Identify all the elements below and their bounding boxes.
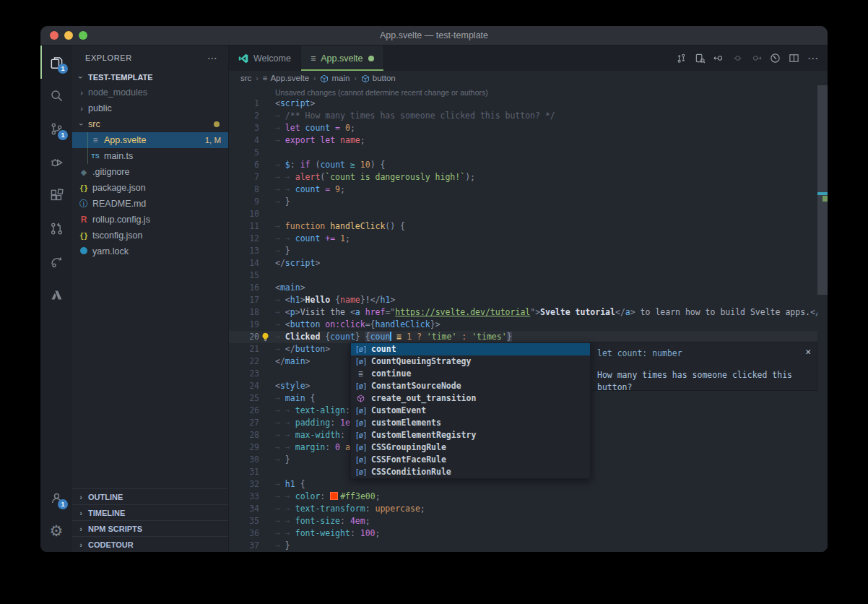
code-line-16[interactable]: 16<main> xyxy=(229,282,817,294)
breadcrumb-item-src[interactable]: src xyxy=(240,74,251,82)
code-line-13[interactable]: 13→ } xyxy=(229,245,817,257)
breadcrumb-separator: › xyxy=(313,74,316,82)
section-timeline[interactable]: ›TIMELINE xyxy=(72,504,228,520)
code-line-19[interactable]: 19→ <button on:click={handleClick}> xyxy=(229,319,817,331)
tree-item-src[interactable]: ›src xyxy=(72,116,228,132)
code-line-32[interactable]: 32→ h1 { xyxy=(229,478,817,491)
tree-item-readme-md[interactable]: ⓘREADME.md xyxy=(72,196,228,212)
suggestion-CSSConditionRule[interactable]: [ø]CSSConditionRule xyxy=(351,466,590,478)
suggestion-CSSGroupingRule[interactable]: [ø]CSSGroupingRule xyxy=(351,441,590,454)
open-changes-icon[interactable] xyxy=(695,53,706,64)
editor-scrollbar[interactable] xyxy=(817,85,828,552)
tree-item-public[interactable]: ›public xyxy=(72,100,228,116)
code-line-37[interactable]: 37→ } xyxy=(229,540,817,552)
breadcrumb-item-app-svelte[interactable]: ≡App.svelte xyxy=(263,74,309,82)
tree-item-yarn-lock[interactable]: yarn.lock xyxy=(72,243,228,259)
history-icon[interactable] xyxy=(770,53,781,64)
code-line-18[interactable]: 18→ <p>Visit the <a href="https://svelte… xyxy=(229,306,817,319)
tab-app-svelte[interactable]: ≡ App.svelte xyxy=(301,46,384,71)
breadcrumb-label: button xyxy=(373,74,396,82)
overview-ruler-cursor-marker xyxy=(817,192,828,195)
code-line-33[interactable]: 33→ → color: #ff3e00; xyxy=(229,491,817,503)
symbol-variable-icon: [ø] xyxy=(355,429,367,441)
code-line-34[interactable]: 34→ → text-transform: uppercase; xyxy=(229,503,817,515)
code-line-8[interactable]: 8→ → count = 9; xyxy=(229,184,817,196)
tree-item-package-json[interactable]: {}package.json xyxy=(72,180,228,196)
code-line-36[interactable]: 36→ → font-weight: 100; xyxy=(229,527,817,540)
tree-item-tsconfig-json[interactable]: {}tsconfig.json xyxy=(72,228,228,243)
code-line-14[interactable]: 14</script> xyxy=(229,257,817,269)
section-label: CODETOUR xyxy=(88,540,134,549)
code-line-9[interactable]: 9→ } xyxy=(229,196,817,208)
tree-item--gitignore[interactable]: ◆.gitignore xyxy=(72,164,228,180)
line-number: 34 xyxy=(229,503,259,515)
close-icon[interactable]: ✕ xyxy=(805,345,811,358)
suggestion-CustomElementRegistry[interactable]: [ø]CustomElementRegistry xyxy=(351,429,590,441)
tree-item-rollup-config-js[interactable]: Rrollup.config.js xyxy=(72,212,228,228)
explorer-icon[interactable]: 1 xyxy=(40,46,72,79)
line-number: 24 xyxy=(229,380,259,392)
explorer-title: EXPLORER xyxy=(85,53,132,62)
extensions-icon[interactable] xyxy=(40,178,72,212)
json-file-icon: {} xyxy=(78,232,90,240)
next-change-icon[interactable] xyxy=(750,53,762,64)
run-debug-icon[interactable] xyxy=(40,145,72,178)
line-number: 35 xyxy=(229,515,259,527)
tree-item-node-modules[interactable]: ›node_modules xyxy=(72,85,228,100)
code-line-3[interactable]: 3→ let count = 0; xyxy=(229,122,817,134)
search-icon[interactable] xyxy=(40,79,72,112)
breadcrumb-item-main[interactable]: main xyxy=(320,74,350,82)
compare-changes-icon[interactable] xyxy=(676,53,687,64)
suggestion-CSSFontFaceRule[interactable]: [ø]CSSFontFaceRule xyxy=(351,454,590,466)
line-number: 26 xyxy=(229,405,259,417)
github-pull-requests-icon[interactable] xyxy=(40,212,72,245)
window-title: App.svelte — test-template xyxy=(40,26,828,45)
line-number: 20 xyxy=(229,331,259,343)
code-line-12[interactable]: 12→ → count += 1; xyxy=(229,233,817,245)
section-outline[interactable]: ›OUTLINE xyxy=(72,488,228,504)
code-line-1[interactable]: 1<script> xyxy=(229,98,817,110)
suggestion-customElements[interactable]: [ø]customElements xyxy=(351,417,590,429)
suggestion-CustomEvent[interactable]: [ø]CustomEvent xyxy=(351,405,590,417)
code-line-11[interactable]: 11→ function handleClick() { xyxy=(229,220,817,233)
code-line-2[interactable]: 2→ /** How many times has someone clicke… xyxy=(229,110,817,122)
suggestion-ConstantSourceNode[interactable]: [ø]ConstantSourceNode xyxy=(351,380,590,392)
file-label: package.json xyxy=(92,183,146,193)
source-control-icon[interactable]: 1 xyxy=(40,112,72,145)
line-number: 16 xyxy=(229,282,259,294)
tree-item-main-ts[interactable]: TSmain.ts xyxy=(72,148,228,164)
azure-icon[interactable] xyxy=(40,278,72,311)
settings-icon[interactable]: ⚙ xyxy=(40,514,72,548)
more-actions-icon[interactable]: ⋯ xyxy=(807,52,819,65)
code-line-10[interactable]: 10 xyxy=(229,208,817,220)
breadcrumb-item-button[interactable]: button xyxy=(361,74,396,82)
vscode-logo-icon xyxy=(238,53,248,64)
tree-item-app-svelte[interactable]: ≡App.svelte1, M xyxy=(72,132,228,148)
code-line-7[interactable]: 7→ → alert(`count is dangerously high!`)… xyxy=(229,171,817,184)
scrollbar-slider[interactable] xyxy=(817,85,828,295)
suggestion-CountQueuingStrategy[interactable]: [ø]CountQueuingStrategy xyxy=(351,355,590,368)
code-line-35[interactable]: 35→ → font-size: 4em; xyxy=(229,515,817,527)
code-line-6[interactable]: 6→ $: if (count ≥ 10) { xyxy=(229,159,817,171)
code-line-17[interactable]: 17→ <h1>Hello {name}!</h1> xyxy=(229,294,817,306)
suggestion-label: CustomEvent xyxy=(371,405,426,417)
code-line-4[interactable]: 4→ export let name; xyxy=(229,134,817,147)
split-editor-icon[interactable] xyxy=(789,53,799,64)
tab-welcome[interactable]: Welcome xyxy=(229,46,301,71)
section-npm-scripts[interactable]: ›NPM SCRIPTS xyxy=(72,520,228,536)
code-line-5[interactable]: 5 xyxy=(229,147,817,159)
live-share-icon[interactable] xyxy=(40,245,72,278)
symbol-cube-icon xyxy=(361,74,370,83)
suggestion-create_out_transition[interactable]: create_out_transition xyxy=(351,392,590,405)
previous-change-icon[interactable] xyxy=(713,53,725,64)
suggestion-count[interactable]: [ø]count xyxy=(351,343,590,355)
views-more-actions-icon[interactable]: ⋯ xyxy=(207,52,218,64)
code-line-15[interactable]: 15 xyxy=(229,269,817,282)
breadcrumb-label: src xyxy=(240,74,251,82)
current-change-icon[interactable] xyxy=(733,53,742,63)
accounts-icon[interactable]: 1 xyxy=(40,481,72,514)
project-root-folder[interactable]: › TEST-TEMPLATE xyxy=(72,69,228,85)
code-editor[interactable]: Unsaved changes (cannot determine recent… xyxy=(229,85,817,552)
section-codetour[interactable]: ›CODETOUR xyxy=(72,536,228,552)
suggestion-continue[interactable]: ≣continue xyxy=(351,368,590,380)
